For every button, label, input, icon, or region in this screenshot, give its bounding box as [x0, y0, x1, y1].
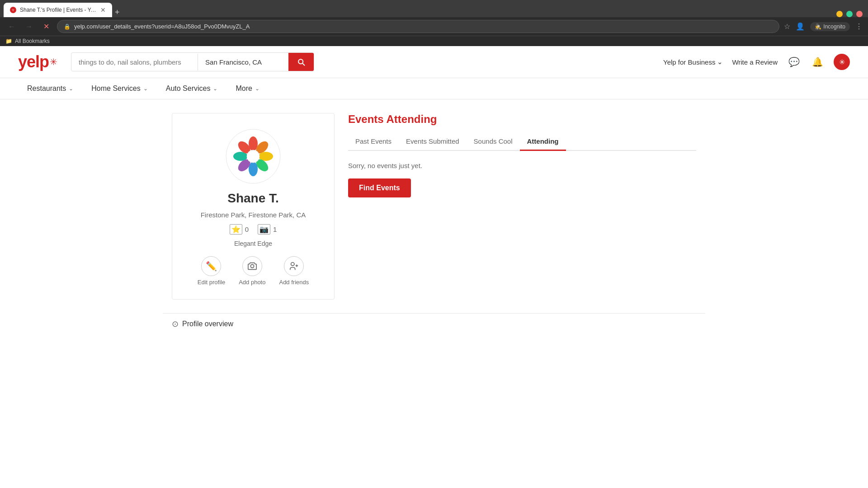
reload-button[interactable]: ✕ — [40, 20, 52, 33]
bookmarks-label: All Bookmarks — [15, 38, 50, 44]
reviews-icon: ⭐ — [230, 224, 242, 235]
yelp-for-business-chevron: ⌄ — [717, 58, 723, 66]
browser-toolbar: ← → ✕ 🔒 yelp.com/user_details_events?use… — [0, 17, 868, 36]
write-review-link[interactable]: Write a Review — [732, 58, 778, 66]
edit-profile-action[interactable]: ✏️ Edit profile — [198, 256, 225, 286]
tab-past-events[interactable]: Past Events — [348, 133, 399, 151]
events-submitted-label: Events Submitted — [406, 137, 459, 145]
add-friends-action[interactable]: Add friends — [279, 256, 309, 286]
tab-events-submitted[interactable]: Events Submitted — [399, 133, 467, 151]
yelp-for-business-link[interactable]: Yelp for Business ⌄ — [663, 58, 723, 66]
menu-button[interactable]: ⋮ — [855, 22, 863, 31]
tab-attending[interactable]: Attending — [520, 133, 566, 151]
add-photo-action[interactable]: Add photo — [239, 256, 265, 286]
messages-icon[interactable]: 💬 — [787, 55, 801, 69]
edit-profile-label: Edit profile — [198, 279, 225, 286]
svg-point-9 — [247, 150, 259, 163]
bookmarks-bar: 📁 All Bookmarks — [0, 36, 868, 46]
photos-count: 1 — [273, 225, 277, 233]
attending-label: Attending — [527, 137, 559, 145]
tab-close-button[interactable]: ✕ — [100, 6, 106, 14]
photos-stat: 📷 1 — [258, 224, 277, 235]
minimize-button[interactable]: — — [836, 11, 843, 17]
more-label: More — [236, 84, 252, 93]
auto-services-label: Auto Services — [166, 84, 211, 93]
add-friends-label: Add friends — [279, 279, 309, 286]
photos-icon: 📷 — [258, 224, 270, 235]
more-chevron: ⌄ — [255, 85, 259, 92]
events-tabs: Past Events Events Submitted Sounds Cool… — [348, 133, 696, 151]
overview-label: Profile overview — [182, 320, 233, 328]
profile-button[interactable]: 👤 — [796, 22, 805, 31]
events-empty-message: Sorry, no events just yet. — [348, 162, 696, 169]
past-events-label: Past Events — [355, 137, 392, 145]
yelp-nav: Restaurants ⌄ Home Services ⌄ Auto Servi… — [0, 78, 868, 99]
search-find-input[interactable] — [71, 54, 198, 70]
search-bar — [71, 52, 314, 71]
nav-item-home-services[interactable]: Home Services ⌄ — [82, 78, 156, 99]
reviews-count: 0 — [245, 225, 249, 233]
incognito-badge: 🕵️ Incognito — [810, 22, 850, 31]
overview-icon: ⊙ — [172, 319, 179, 329]
toolbar-actions: ☆ 👤 🕵️ Incognito ⋮ — [784, 22, 863, 31]
profile-overview-bar: ⊙ Profile overview — [163, 313, 705, 329]
incognito-label: Incognito — [823, 23, 845, 30]
add-photo-icon — [242, 256, 262, 276]
yelp-main: Shane T. Firestone Park, Firestone Park,… — [163, 99, 705, 313]
events-section: Events Attending Past Events Events Subm… — [348, 113, 696, 300]
profile-badge: Elegant Edge — [234, 240, 272, 247]
nav-item-auto-services[interactable]: Auto Services ⌄ — [157, 78, 227, 99]
bookmark-button[interactable]: ☆ — [784, 22, 790, 31]
tab-title: Shane T.'s Profile | Events - Yelp — [20, 7, 97, 13]
nav-item-restaurants[interactable]: Restaurants ⌄ — [18, 78, 82, 99]
add-photo-label: Add photo — [239, 279, 265, 286]
browser-chrome: Y Shane T.'s Profile | Events - Yelp ✕ +… — [0, 0, 868, 46]
back-button[interactable]: ← — [5, 20, 18, 33]
user-avatar[interactable]: ✳ — [834, 54, 850, 70]
tab-favicon: Y — [10, 7, 16, 13]
lock-icon: 🔒 — [64, 23, 71, 30]
find-events-button[interactable]: Find Events — [348, 178, 411, 197]
restaurants-label: Restaurants — [27, 84, 66, 93]
search-near-input[interactable] — [198, 54, 288, 70]
events-title: Events Attending — [348, 113, 696, 126]
active-tab[interactable]: Y Shane T.'s Profile | Events - Yelp ✕ — [4, 3, 112, 17]
tab-sounds-cool[interactable]: Sounds Cool — [467, 133, 520, 151]
home-services-chevron: ⌄ — [143, 85, 148, 92]
svg-point-11 — [291, 263, 294, 266]
profile-name: Shane T. — [227, 191, 279, 206]
notifications-icon[interactable]: 🔔 — [810, 55, 825, 69]
profile-actions: ✏️ Edit profile Add photo — [198, 256, 309, 286]
header-actions: Yelp for Business ⌄ Write a Review 💬 🔔 ✳ — [663, 54, 850, 70]
tab-bar: Y Shane T.'s Profile | Events - Yelp ✕ +… — [0, 0, 868, 17]
yelp-logo-text: yelp — [18, 52, 49, 71]
address-bar[interactable]: 🔒 yelp.com/user_details_events?userid=A8… — [57, 20, 779, 33]
forward-button[interactable]: → — [23, 20, 35, 33]
window-close-button[interactable]: ✕ — [856, 11, 863, 17]
write-review-text: Write a Review — [732, 58, 778, 66]
maximize-button[interactable]: □ — [846, 11, 853, 17]
yelp-logo[interactable]: yelp ✳ — [18, 52, 57, 71]
search-button[interactable] — [288, 53, 314, 71]
add-friends-icon — [284, 256, 304, 276]
svg-point-10 — [250, 264, 254, 267]
profile-stats: ⭐ 0 📷 1 — [230, 224, 277, 235]
nav-item-more[interactable]: More ⌄ — [226, 78, 268, 99]
edit-profile-icon: ✏️ — [201, 256, 221, 276]
yelp-header: yelp ✳ Yelp for Business ⌄ Write a Revie… — [0, 46, 868, 78]
profile-avatar — [224, 127, 283, 186]
yelp-page: yelp ✳ Yelp for Business ⌄ Write a Revie… — [0, 46, 868, 329]
incognito-icon: 🕵️ — [815, 23, 821, 30]
search-icon — [297, 57, 306, 66]
restaurants-chevron: ⌄ — [69, 85, 73, 92]
new-tab-button[interactable]: + — [115, 8, 120, 17]
profile-card: Shane T. Firestone Park, Firestone Park,… — [172, 113, 335, 300]
yelp-logo-burst: ✳ — [50, 56, 57, 67]
url-text: yelp.com/user_details_events?userid=A8uJ… — [74, 23, 250, 30]
avatar-image — [224, 127, 283, 186]
auto-services-chevron: ⌄ — [213, 85, 217, 92]
home-services-label: Home Services — [91, 84, 140, 93]
yelp-for-business-text: Yelp for Business — [663, 58, 715, 66]
sounds-cool-label: Sounds Cool — [474, 137, 513, 145]
reviews-stat: ⭐ 0 — [230, 224, 249, 235]
